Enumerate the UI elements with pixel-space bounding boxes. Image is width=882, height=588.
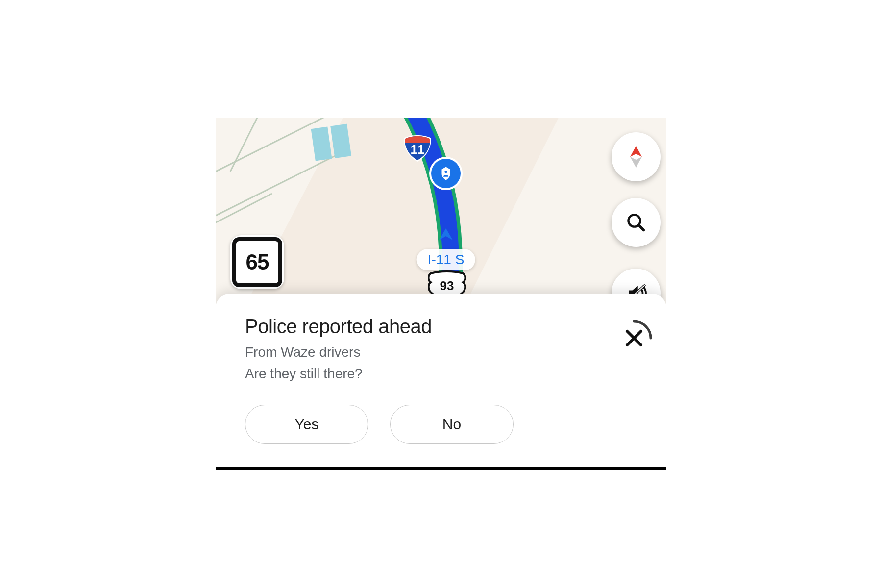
us-route-number: 93 bbox=[440, 278, 454, 293]
svg-point-9 bbox=[444, 171, 447, 173]
compass-button[interactable] bbox=[612, 132, 661, 181]
confirm-no-button[interactable]: No bbox=[390, 405, 514, 444]
phone-viewport: 65 11 I-11 S 93 bbox=[216, 118, 666, 470]
alert-question: Are they still there? bbox=[245, 363, 637, 384]
speed-limit-value: 65 bbox=[246, 250, 269, 274]
interstate-shield-number: 11 bbox=[411, 142, 425, 157]
system-nav-bar bbox=[216, 467, 666, 470]
map-controls bbox=[612, 132, 661, 313]
confirm-yes-button[interactable]: Yes bbox=[245, 405, 368, 444]
alert-sheet: Police reported ahead From Waze drivers … bbox=[216, 294, 666, 467]
direction-arrow-icon bbox=[436, 225, 456, 245]
alert-source: From Waze drivers bbox=[245, 342, 637, 363]
interstate-shield-icon: 11 bbox=[402, 132, 433, 164]
compass-icon bbox=[621, 142, 651, 172]
police-badge-icon[interactable] bbox=[431, 159, 461, 188]
speed-limit-sign: 65 bbox=[230, 235, 284, 289]
search-button[interactable] bbox=[612, 198, 661, 247]
svg-marker-10 bbox=[630, 146, 642, 157]
alert-title: Police reported ahead bbox=[245, 316, 637, 338]
countdown-ring-icon bbox=[614, 318, 654, 358]
search-icon bbox=[623, 210, 649, 235]
svg-marker-11 bbox=[630, 157, 642, 168]
current-road-label: I-11 S bbox=[417, 249, 475, 270]
dismiss-alert-button[interactable] bbox=[618, 322, 650, 354]
svg-line-13 bbox=[638, 225, 643, 230]
